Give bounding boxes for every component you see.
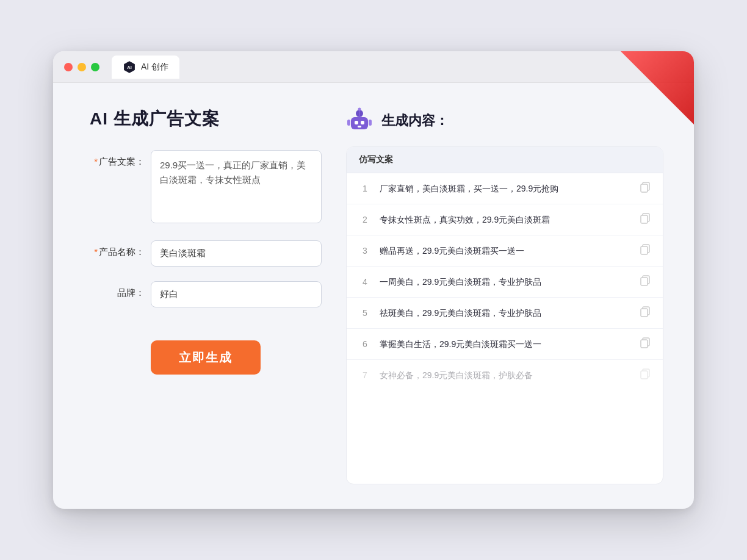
- svg-text:AI: AI: [127, 65, 132, 70]
- svg-rect-9: [347, 120, 350, 126]
- result-row-number: 7: [359, 370, 371, 380]
- tab-title-label: AI 创作: [141, 62, 168, 73]
- svg-point-8: [358, 108, 361, 111]
- result-row-text: 一周美白，29.9元美白淡斑霜，专业护肤品: [380, 276, 631, 289]
- result-row: 2专抹女性斑点，真实功效，29.9元美白淡斑霜: [347, 204, 663, 235]
- result-row-text: 女神必备，29.9元美白淡斑霜，护肤必备: [380, 369, 631, 382]
- copy-icon[interactable]: [640, 337, 651, 351]
- minimize-button[interactable]: [78, 63, 86, 71]
- svg-rect-14: [641, 215, 648, 223]
- copy-icon[interactable]: [640, 275, 651, 289]
- ad-copy-label: *广告文案：: [90, 150, 145, 168]
- svg-rect-16: [641, 246, 648, 254]
- result-row: 7女神必备，29.9元美白淡斑霜，护肤必备: [347, 360, 663, 390]
- right-panel-title: 生成内容：: [381, 112, 449, 130]
- svg-rect-6: [358, 126, 361, 127]
- page-title: AI 生成广告文案: [90, 107, 322, 131]
- copy-icon[interactable]: [640, 213, 651, 226]
- svg-rect-20: [641, 309, 648, 317]
- result-row: 1厂家直销，美白淡斑霜，买一送一，29.9元抢购: [347, 173, 663, 204]
- product-name-required: *: [94, 246, 98, 257]
- copy-icon[interactable]: [640, 182, 651, 195]
- product-name-label: *产品名称：: [90, 240, 145, 258]
- generate-button[interactable]: 立即生成: [151, 340, 261, 375]
- results-table: 仿写文案 1厂家直销，美白淡斑霜，买一送一，29.9元抢购2专抹女性斑点，真实功…: [346, 146, 663, 484]
- result-row-text: 厂家直销，美白淡斑霜，买一送一，29.9元抢购: [380, 182, 631, 195]
- ad-copy-required: *: [94, 156, 98, 167]
- result-row-number: 5: [359, 308, 371, 318]
- result-row: 3赠品再送，29.9元美白淡斑霜买一送一: [347, 235, 663, 267]
- svg-rect-4: [355, 121, 358, 124]
- brand-input[interactable]: [151, 281, 322, 307]
- maximize-button[interactable]: [91, 63, 99, 71]
- copy-icon[interactable]: [640, 306, 651, 320]
- result-row-number: 4: [359, 277, 371, 287]
- product-name-input[interactable]: [151, 240, 322, 267]
- browser-window: AI AI 创作 AI 生成广告文案 *广告文案： 29.9买一送一，真正的厂家…: [53, 51, 694, 509]
- close-button[interactable]: [64, 63, 73, 71]
- ai-logo-icon: AI: [123, 60, 136, 74]
- result-row: 5祛斑美白，29.9元美白淡斑霜，专业护肤品: [347, 298, 663, 329]
- svg-rect-5: [361, 121, 364, 124]
- result-row-text: 专抹女性斑点，真实功效，29.9元美白淡斑霜: [380, 214, 631, 226]
- product-name-group: *产品名称：: [90, 240, 322, 267]
- left-panel: AI 生成广告文案 *广告文案： 29.9买一送一，真正的厂家直销，美白淡斑霜，…: [90, 107, 322, 484]
- result-row-number: 1: [359, 184, 371, 193]
- result-row-number: 3: [359, 246, 371, 256]
- results-table-header: 仿写文案: [347, 147, 663, 173]
- svg-rect-24: [641, 371, 648, 379]
- right-header: 生成内容：: [346, 107, 663, 134]
- svg-rect-18: [641, 278, 648, 285]
- svg-rect-12: [641, 184, 648, 192]
- browser-tab[interactable]: AI AI 创作: [112, 56, 179, 79]
- result-row-text: 赠品再送，29.9元美白淡斑霜买一送一: [380, 245, 631, 257]
- brand-group: 品牌：: [90, 281, 322, 307]
- brand-label: 品牌：: [90, 281, 145, 299]
- ad-copy-input-wrap: 29.9买一送一，真正的厂家直销，美白淡斑霜，专抹女性斑点: [151, 150, 322, 226]
- copy-icon[interactable]: [640, 368, 651, 382]
- svg-rect-22: [641, 340, 648, 348]
- robot-icon: [346, 107, 373, 134]
- result-row-number: 2: [359, 215, 371, 224]
- result-row-text: 祛斑美白，29.9元美白淡斑霜，专业护肤品: [380, 307, 631, 320]
- result-row-number: 6: [359, 339, 371, 349]
- brand-input-wrap: [151, 281, 322, 307]
- svg-rect-10: [369, 120, 372, 126]
- result-row: 6掌握美白生活，29.9元美白淡斑霜买一送一: [347, 329, 663, 360]
- result-row: 4一周美白，29.9元美白淡斑霜，专业护肤品: [347, 267, 663, 298]
- traffic-lights: [64, 63, 99, 71]
- ad-copy-textarea[interactable]: 29.9买一送一，真正的厂家直销，美白淡斑霜，专抹女性斑点: [151, 150, 322, 223]
- browser-titlebar: AI AI 创作: [53, 51, 694, 83]
- right-panel: 生成内容： 仿写文案 1厂家直销，美白淡斑霜，买一送一，29.9元抢购2专抹女性…: [346, 107, 663, 484]
- copy-icon[interactable]: [640, 244, 651, 257]
- browser-content: AI 生成广告文案 *广告文案： 29.9买一送一，真正的厂家直销，美白淡斑霜，…: [53, 83, 694, 509]
- results-list: 1厂家直销，美白淡斑霜，买一送一，29.9元抢购2专抹女性斑点，真实功效，29.…: [347, 173, 663, 390]
- product-name-input-wrap: [151, 240, 322, 267]
- ad-copy-group: *广告文案： 29.9买一送一，真正的厂家直销，美白淡斑霜，专抹女性斑点: [90, 150, 322, 226]
- result-row-text: 掌握美白生活，29.9元美白淡斑霜买一送一: [380, 338, 631, 351]
